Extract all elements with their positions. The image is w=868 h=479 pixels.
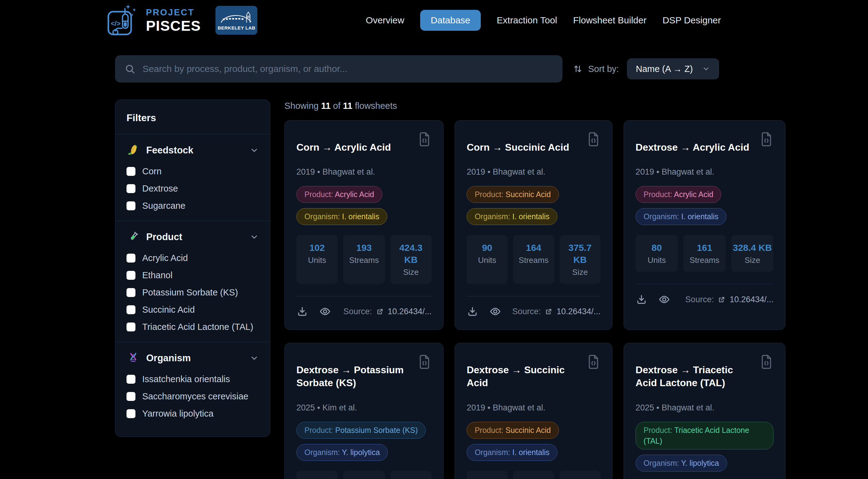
search-icon [125,64,135,74]
product-badge: Product: Succinic Acid [467,186,559,203]
berkeley-dome-icon [219,10,254,24]
checkbox-sugarcane[interactable] [126,201,135,210]
search-input[interactable] [142,63,553,74]
test-tube-icon [126,230,140,244]
berkeley-lab-logo: BERKELEY LAB [215,6,257,35]
source-doi: 10.26434/... [557,307,600,316]
filter-option-acrylic-acid[interactable]: Acrylic Acid [126,253,259,263]
nav-item-database[interactable]: Database [420,10,480,31]
filter-section-header[interactable]: Organism [126,351,259,365]
filter-option-triacetic-acid-lactone-tal[interactable]: Triacetic Acid Lactone (TAL) [126,322,259,332]
checkbox-ethanol[interactable] [126,271,135,280]
filter-section-organism: Organism Issatchenkia orientalis Sacchar… [116,342,270,429]
eye-icon[interactable] [489,306,501,317]
size-stat: 424.3 KB Size [390,235,432,284]
product-badge: Product: Triacetic Acid Lactone (TAL) [636,422,774,449]
nav-item-dsp-designer[interactable]: DSP Designer [662,15,721,26]
source-link[interactable]: Source: 10.26434/... [512,307,600,316]
filter-section-header[interactable]: Feedstock [126,144,259,157]
card-badges: Product: Succinic Acid Organism: I. orie… [467,186,600,225]
brand-text: PROJECT PISCES [146,8,201,33]
organism-badge: Organism: I. orientalis [467,208,557,225]
checkbox-saccharomyces-cerevisiae[interactable] [126,392,135,401]
checkbox-succinic-acid[interactable] [126,305,135,314]
checkbox-issatchenkia-orientalis[interactable] [126,375,135,384]
checkbox-triacetic-acid-lactone-tal[interactable] [126,322,135,332]
file-code-icon [586,132,600,147]
filter-option-label: Acrylic Acid [142,253,188,263]
streams-stat: 161 Streams [683,235,725,272]
filter-option-potassium-sorbate-ks[interactable]: Potassium Sorbate (KS) [126,287,259,298]
filter-option-corn[interactable]: Corn [126,166,259,176]
units-stat: 80 Units [636,235,678,272]
external-link-icon [717,296,726,304]
checkbox-yarrowia-lipolytica[interactable] [126,409,135,418]
product-badge: Product: Acrylic Acid [636,186,721,203]
download-icon[interactable] [467,306,478,317]
card-header: Dextrose → Triacetic Acid Lactone (TAL) [636,353,774,399]
card-badges: Product: Triacetic Acid Lactone (TAL) Or… [636,422,774,472]
card-header: Corn → Succinic Acid [467,131,600,164]
filter-option-succinic-acid[interactable]: Succinic Acid [126,305,259,315]
flowsheet-grid: Corn → Acrylic Acid 2019 • Bhagwat et al… [284,120,719,479]
card-stats: 90 Units 164 Streams 375.7 KB Size [467,235,600,284]
filter-option-label: Saccharomyces cerevisiae [142,391,248,402]
berkeley-lab-label: BERKELEY LAB [218,25,255,30]
filter-option-label: Yarrowia lipolytica [142,409,214,419]
product-badge: Product: Succinic Acid [467,422,559,439]
eye-icon[interactable] [319,306,331,317]
filter-option-sugarcane[interactable]: Sugarcane [126,201,259,211]
brand: </> PROJECT PISCES [106,4,257,37]
filter-option-saccharomyces-cerevisiae[interactable]: Saccharomyces cerevisiae [126,391,259,402]
results-shown: 11 [321,101,331,111]
filter-option-label: Corn [142,166,162,176]
card-meta: 2019 • Bhagwat et al. [467,403,600,413]
toolbar: Sort by: Name (A → Z) [115,55,719,82]
filter-option-dextrose[interactable]: Dextrose [126,183,259,194]
download-icon[interactable] [636,294,647,305]
eye-icon[interactable] [658,294,670,305]
filter-section-product: Product Acrylic Acid Ethanol Potassium S… [116,221,270,342]
filter-section-feedstock: Feedstock Corn Dextrose Sugarcane [116,134,270,221]
filter-option-ethanol[interactable]: Ethanol [126,270,259,280]
filter-option-label: Sugarcane [142,201,185,211]
filter-option-issatchenkia-orientalis[interactable]: Issatchenkia orientalis [126,374,259,384]
card-divider [636,284,774,284]
checkbox-potassium-sorbate-ks[interactable] [126,288,135,297]
checkbox-corn[interactable] [126,167,135,176]
card-meta: 2025 • Bhagwat et al. [636,403,774,413]
filter-option-label: Ethanol [142,270,173,280]
nav-item-overview[interactable]: Overview [366,15,404,26]
filter-option-label: Succinic Acid [142,305,195,315]
checkbox-dextrose[interactable] [126,184,135,193]
filter-section-title: Feedstock [146,145,244,156]
product-badge: Product: Potassium Sorbate (KS) [297,422,426,439]
sort-label: Sort by: [588,64,619,74]
card-badges: Product: Acrylic Acid Organism: I. orien… [297,186,432,225]
card-stats: 111 Units 217 Streams 454.1 KB Size [297,471,432,479]
results-count-suffix: flowsheets [355,101,397,111]
results-count-prefix: Showing [284,101,318,111]
checkbox-acrylic-acid[interactable] [126,254,135,263]
nav-item-flowsheet-builder[interactable]: Flowsheet Builder [573,15,646,26]
nav-item-extraction-tool[interactable]: Extraction Tool [497,15,557,26]
size-stat: 328.4 KB Size [731,235,774,272]
card-header: Dextrose → Potassium Sorbate (KS) [297,353,432,399]
file-code-icon [760,132,774,147]
search-box[interactable] [115,55,562,82]
units-stat: 68 Units [467,471,507,479]
filter-option-yarrowia-lipolytica[interactable]: Yarrowia lipolytica [126,409,259,419]
streams-stat: 217 Streams [343,471,384,479]
source-link[interactable]: Source: 10.26434/... [343,307,432,316]
download-icon[interactable] [297,306,308,317]
filter-options: Corn Dextrose Sugarcane [126,166,259,211]
brand-pisces: PISCES [146,19,201,33]
filters-panel: Filters Feedstock Corn Dextrose Sugarcan… [115,100,270,437]
external-link-icon [376,307,384,316]
sort-select[interactable]: Name (A → Z) [627,59,719,79]
chevron-down-icon [250,146,259,155]
flowsheet-card-dextrose-triacetic-acid-lactone-tal: Dextrose → Triacetic Acid Lactone (TAL) … [624,343,785,479]
filter-section-header[interactable]: Product [126,230,259,244]
organism-badge: Organism: I. orientalis [636,208,726,225]
source-link[interactable]: Source: 10.26434/... [685,295,774,304]
